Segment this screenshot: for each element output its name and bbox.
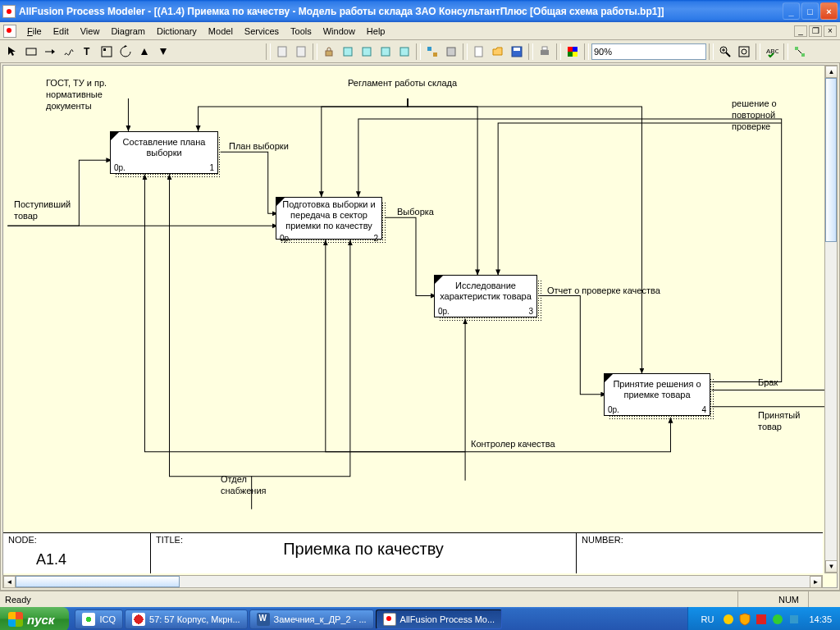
node-value: A1.4 <box>36 551 66 568</box>
activity-box-4[interactable]: Принятие решения о приемке товара 0р.4 <box>604 373 710 416</box>
tool-spellcheck[interactable]: ABC <box>763 43 781 61</box>
tray-icon-5[interactable] <box>788 613 801 626</box>
activity-box-1[interactable]: Составление плана выборки 0р.1 <box>110 131 218 174</box>
tool-print[interactable] <box>536 43 554 61</box>
tray-icon-4[interactable] <box>771 613 784 626</box>
label-postup: Поступивший товар <box>14 199 84 222</box>
menu-edit[interactable]: Edit <box>48 25 75 38</box>
menu-diagram[interactable]: Diagram <box>105 25 151 38</box>
svg-rect-8 <box>344 48 352 56</box>
activity-box-3[interactable]: Исследование характеристик товара 0р.3 <box>434 275 537 317</box>
tool-lock[interactable] <box>320 43 338 61</box>
svg-rect-3 <box>102 47 112 57</box>
window-minimize-button[interactable]: _ <box>783 2 800 20</box>
svg-text:T: T <box>84 46 90 57</box>
tool-diagram-manager[interactable] <box>98 43 116 61</box>
tool-goto-sibling[interactable] <box>154 43 172 61</box>
activity-label: Исследование характеристик товара <box>435 276 536 307</box>
label-otchet: Отчет о проверке качества <box>547 285 660 297</box>
tray-shield-icon[interactable] <box>738 613 751 626</box>
mdi-icon[interactable] <box>3 25 16 38</box>
tool-activity-box[interactable] <box>22 43 40 61</box>
tray-icon-1[interactable] <box>722 613 735 626</box>
window-close-button[interactable]: × <box>820 2 838 20</box>
mdi-minimize-button[interactable]: _ <box>794 25 807 37</box>
tool-goto-parent[interactable] <box>116 43 135 61</box>
start-button[interactable]: пуск <box>0 607 69 630</box>
tool-open[interactable] <box>489 43 507 61</box>
canvas-container: ГОСТ, ТУ и пр. нормативные документы Рег… <box>0 63 840 591</box>
diagram-canvas[interactable]: ГОСТ, ТУ и пр. нормативные документы Рег… <box>2 65 838 588</box>
scroll-up-button[interactable]: ▲ <box>825 66 838 78</box>
tool-zoom-in[interactable] <box>716 43 734 61</box>
label-reshenie: решение о повторной проверке <box>732 98 806 132</box>
menu-model[interactable]: Model <box>203 25 239 38</box>
window-maximize-button[interactable]: □ <box>801 2 819 20</box>
tool-build[interactable] <box>442 43 460 61</box>
menu-tools[interactable]: Tools <box>285 25 317 38</box>
tool-arrow[interactable] <box>41 43 59 61</box>
label-prinyat: Принятый товар <box>758 410 815 433</box>
svg-rect-23 <box>573 52 578 57</box>
svg-rect-15 <box>475 47 482 57</box>
tool-dict3[interactable] <box>377 43 395 61</box>
tray-language[interactable]: RU <box>701 614 714 624</box>
tool-dict1[interactable] <box>339 43 357 61</box>
vertical-scrollbar[interactable]: ▲ ▼ <box>824 65 838 573</box>
mdi-close-button[interactable]: × <box>824 25 837 37</box>
svg-rect-19 <box>542 47 547 50</box>
activity-box-2[interactable]: Подготовка выборки и передача в сектор п… <box>276 197 382 240</box>
svg-point-34 <box>724 614 733 624</box>
title-value: Приемка по качеству <box>151 540 576 559</box>
svg-rect-9 <box>363 48 371 56</box>
svg-rect-18 <box>541 50 549 55</box>
tool-text[interactable]: T <box>79 43 97 61</box>
svg-rect-37 <box>790 615 798 623</box>
opera-icon <box>132 613 145 626</box>
window-title: AllFusion Process Modeler - [(A1.4) Прие… <box>19 6 783 17</box>
tool-colors[interactable] <box>564 43 582 61</box>
app-icon <box>383 613 396 626</box>
scroll-down-button[interactable]: ▼ <box>825 560 838 573</box>
tool-new[interactable] <box>470 43 488 61</box>
taskbar-item-allfusion[interactable]: AllFusion Process Mo... <box>376 609 503 629</box>
menu-dictionary[interactable]: Dictionary <box>151 25 203 38</box>
menu-view[interactable]: View <box>75 25 106 38</box>
svg-rect-6 <box>297 47 305 57</box>
tool-pointer[interactable] <box>3 43 21 61</box>
tool-dict2[interactable] <box>358 43 376 61</box>
tray-clock[interactable]: 14:35 <box>809 614 832 624</box>
menu-file[interactable]: Filedocument.currentScript.previousEleme… <box>21 25 48 38</box>
taskbar-item-icq[interactable]: ICQ <box>75 609 123 629</box>
tool-report1[interactable] <box>273 43 291 61</box>
label-reglament: Регламент работы склада <box>348 78 457 89</box>
menu-help[interactable]: Help <box>361 25 391 38</box>
svg-rect-11 <box>400 48 409 56</box>
menu-services[interactable]: Services <box>239 25 285 38</box>
tool-report2[interactable] <box>292 43 310 61</box>
activity-label: Принятие решения о приемке товара <box>605 374 710 405</box>
taskbar-item-opera[interactable]: 57: 57 Корпус, Мкрн... <box>125 609 248 629</box>
tool-dict4[interactable] <box>395 43 413 61</box>
tool-zoom-fit[interactable] <box>735 43 753 61</box>
statusbar: Ready NUM <box>0 591 840 607</box>
scroll-left-button[interactable]: ◄ <box>3 576 16 588</box>
tray-avira-icon[interactable] <box>755 613 768 626</box>
tool-model-explorer[interactable] <box>423 43 441 61</box>
svg-line-25 <box>726 52 730 57</box>
tool-save[interactable] <box>508 43 526 61</box>
horizontal-scrollbar[interactable]: ◄ ► <box>2 575 823 588</box>
zoom-select[interactable] <box>591 43 706 60</box>
svg-rect-20 <box>568 47 573 52</box>
tool-squiggle[interactable] <box>60 43 78 61</box>
word-icon <box>257 613 270 626</box>
mdi-restore-button[interactable]: ❐ <box>809 25 822 37</box>
scroll-right-button[interactable]: ► <box>810 576 822 588</box>
svg-rect-22 <box>568 52 573 57</box>
menu-window[interactable]: Window <box>317 25 361 38</box>
system-tray: RU 14:35 <box>687 607 840 630</box>
svg-rect-14 <box>447 48 455 56</box>
tool-relation[interactable] <box>791 43 809 61</box>
taskbar-item-word[interactable]: Замечния_к_ДР_2 - ... <box>249 609 374 629</box>
tool-goto-child[interactable] <box>135 43 153 61</box>
